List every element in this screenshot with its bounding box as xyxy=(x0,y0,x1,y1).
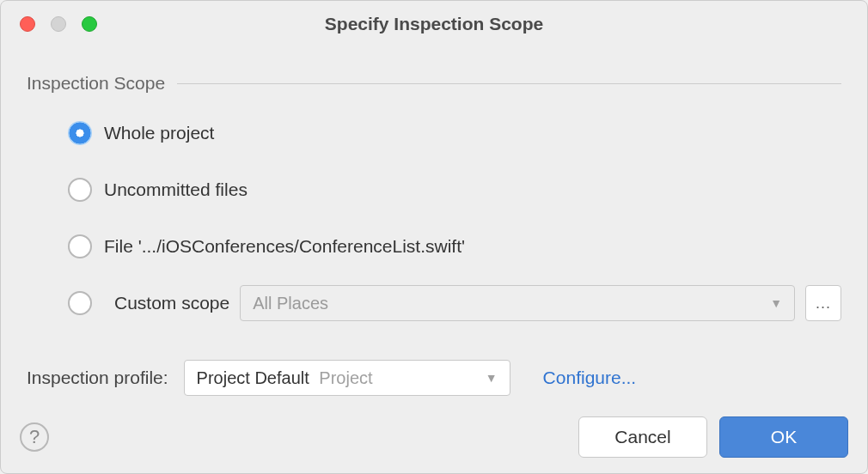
chevron-down-icon: ▼ xyxy=(486,371,498,385)
browse-scope-button[interactable]: ... xyxy=(805,285,841,321)
help-button[interactable]: ? xyxy=(20,422,49,452)
dialog-window: Specify Inspection Scope Inspection Scop… xyxy=(0,0,868,474)
configure-link[interactable]: Configure... xyxy=(543,368,637,388)
button-label: OK xyxy=(771,427,797,447)
radio-file[interactable]: File '.../iOSConferences/ConferenceList.… xyxy=(68,231,841,262)
custom-scope-select[interactable]: All Places ▼ xyxy=(240,285,795,321)
radio-icon xyxy=(68,234,92,258)
profile-value-main: Project Default xyxy=(197,368,309,387)
cancel-button[interactable]: Cancel xyxy=(578,416,707,458)
dialog-footer: ? Cancel OK xyxy=(20,416,848,458)
radio-label: Whole project xyxy=(104,123,214,143)
profile-value-sub: Project xyxy=(319,368,372,387)
radio-custom-scope[interactable] xyxy=(68,291,92,315)
radio-icon xyxy=(68,178,92,202)
radio-label: Uncommitted files xyxy=(104,179,248,200)
ellipsis-icon: ... xyxy=(816,295,831,313)
chevron-down-icon: ▼ xyxy=(770,296,782,310)
radio-whole-project[interactable]: Whole project xyxy=(68,118,841,149)
ok-button[interactable]: OK xyxy=(719,416,848,458)
radio-label: Custom scope xyxy=(114,293,229,313)
radio-uncommitted-files[interactable]: Uncommitted files xyxy=(68,174,841,205)
section-header: Inspection Scope xyxy=(27,73,841,94)
help-icon: ? xyxy=(29,426,40,448)
content-area: Inspection Scope Whole project Uncommitt… xyxy=(1,47,867,396)
inspection-profile-select[interactable]: Project Default Project ▼ xyxy=(184,360,510,396)
inspection-profile-row: Inspection profile: Project Default Proj… xyxy=(27,360,841,396)
button-label: Cancel xyxy=(614,427,670,447)
select-value: All Places xyxy=(253,294,328,313)
radio-custom-scope-row: Custom scope All Places ▼ ... xyxy=(68,288,841,319)
titlebar: Specify Inspection Scope xyxy=(1,1,867,47)
radio-label: File '.../iOSConferences/ConferenceList.… xyxy=(104,236,465,257)
divider xyxy=(177,83,841,84)
scope-radio-group: Whole project Uncommitted files File '..… xyxy=(27,118,841,319)
profile-label: Inspection profile: xyxy=(27,368,168,388)
dialog-title: Specify Inspection Scope xyxy=(1,14,867,34)
section-label: Inspection Scope xyxy=(27,73,165,94)
radio-icon xyxy=(68,121,92,145)
